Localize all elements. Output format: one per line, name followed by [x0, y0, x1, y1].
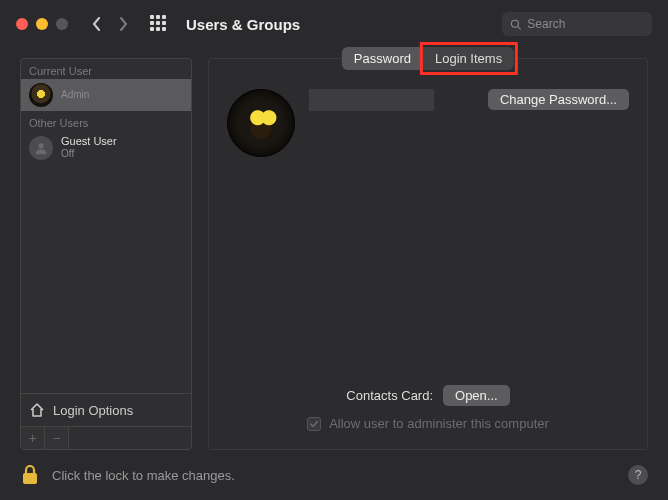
sidebar-head-current: Current User: [21, 59, 191, 79]
content-area: Current User Admin Other Users Guest Use…: [0, 48, 668, 450]
svg-point-2: [38, 143, 43, 148]
guest-user-name: Guest User: [61, 135, 117, 148]
user-fullname-redacted: [309, 89, 434, 111]
tab-password[interactable]: Password: [342, 47, 423, 70]
svg-point-0: [511, 20, 518, 27]
admin-checkbox: [307, 417, 321, 431]
admin-checkbox-label: Allow user to administer this computer: [329, 416, 549, 431]
sidebar-head-other: Other Users: [21, 111, 191, 131]
lock-text: Click the lock to make changes.: [52, 468, 235, 483]
show-all-prefs-button[interactable]: [150, 15, 168, 33]
minimize-window-button[interactable]: [36, 18, 48, 30]
back-button[interactable]: [88, 13, 106, 35]
search-field[interactable]: [502, 12, 652, 36]
svg-rect-3: [23, 473, 37, 484]
window-traffic-lights: [16, 18, 68, 30]
change-password-button[interactable]: Change Password...: [488, 89, 629, 110]
current-user-role: Admin: [61, 89, 89, 101]
contacts-card-row: Contacts Card: Open...: [346, 385, 509, 406]
guest-avatar-icon: [29, 136, 53, 160]
sidebar-login-options[interactable]: Login Options: [21, 393, 191, 426]
user-avatar-icon: [29, 83, 53, 107]
sidebar-item-guest-user[interactable]: Guest User Off: [21, 131, 191, 164]
forward-button: [114, 13, 132, 35]
add-user-button: +: [21, 427, 45, 449]
bottom-block: Contacts Card: Open... Allow user to adm…: [209, 385, 647, 449]
contacts-card-label: Contacts Card:: [346, 388, 433, 403]
tab-login-items[interactable]: Login Items: [423, 47, 514, 70]
lock-icon[interactable]: [20, 463, 40, 487]
zoom-window-button[interactable]: [56, 18, 68, 30]
guest-user-status: Off: [61, 148, 117, 160]
main-panel: Password Login Items Change Password... …: [208, 58, 648, 450]
remove-user-button: −: [45, 427, 69, 449]
login-options-label: Login Options: [53, 403, 133, 418]
open-contacts-button[interactable]: Open...: [443, 385, 510, 406]
admin-checkbox-row: Allow user to administer this computer: [307, 416, 549, 431]
user-avatar-large[interactable]: [227, 89, 295, 157]
sidebar-footer: + −: [21, 426, 191, 449]
lock-bar: Click the lock to make changes. ?: [0, 450, 668, 500]
home-icon: [29, 402, 45, 418]
titlebar: Users & Groups: [0, 0, 668, 48]
window-title: Users & Groups: [186, 16, 300, 33]
user-header-row: Change Password...: [209, 59, 647, 167]
svg-line-1: [518, 26, 521, 29]
help-button[interactable]: ?: [628, 465, 648, 485]
sidebar-item-current-user[interactable]: Admin: [21, 79, 191, 111]
search-icon: [510, 18, 521, 31]
close-window-button[interactable]: [16, 18, 28, 30]
search-input[interactable]: [527, 17, 644, 31]
users-sidebar: Current User Admin Other Users Guest Use…: [20, 58, 192, 450]
tab-bar: Password Login Items: [342, 47, 514, 70]
